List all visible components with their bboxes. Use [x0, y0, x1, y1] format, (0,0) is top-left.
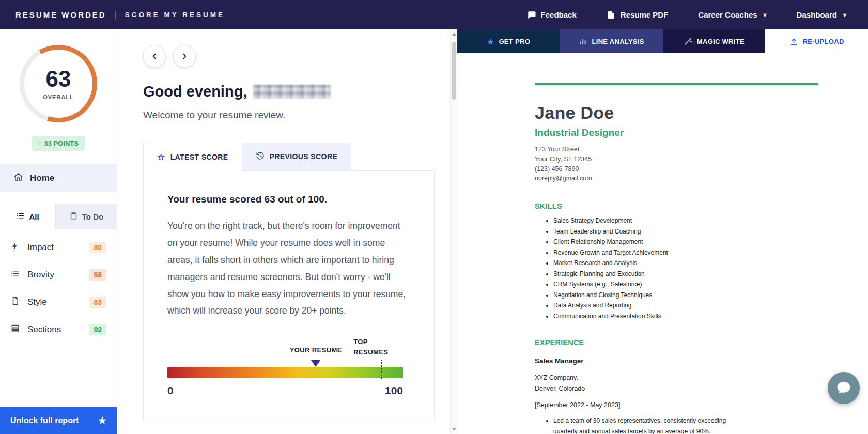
product-name[interactable]: SCORE MY RESUME	[125, 11, 225, 19]
score-gradient-bar	[167, 367, 403, 378]
redacted-name	[253, 85, 331, 99]
address-line: Your City, ST 12345	[535, 154, 818, 164]
overall-score-gauge: 63 OVERALL	[20, 45, 97, 122]
experience-company-block: XYZ Company, Denver, Colorado	[535, 373, 818, 395]
top-resumes-label: TOP RESUMES	[353, 337, 396, 358]
sidebar-item-impact[interactable]: Impact 80	[0, 234, 117, 261]
overall-score-value: 63	[46, 68, 71, 90]
greeting-heading: Good evening,	[143, 83, 435, 100]
resume-top-rule	[535, 83, 818, 85]
chevron-down-icon: ▾	[764, 11, 767, 19]
sidebar-item-home[interactable]: Home	[0, 164, 117, 192]
tab-previous-score-label: PREVIOUS SCORE	[270, 152, 338, 161]
unlock-full-report-button[interactable]: Unlock full report ★	[0, 407, 117, 434]
tab-latest-score-label: LATEST SCORE	[171, 153, 228, 161]
skill-item: CRM Systems (e.g., Salesforce)	[553, 281, 818, 288]
skills-list: Sales Strategy Development Team Leadersh…	[535, 217, 818, 320]
document-icon	[10, 296, 20, 308]
chevron-down-icon: ▾	[843, 11, 846, 19]
greeting-text: Good evening,	[143, 83, 247, 100]
tab-line-analysis-label: LINE ANALYSIS	[592, 38, 644, 45]
score-badge: 92	[89, 324, 106, 335]
score-bar: YOUR RESUME TOP RESUMES 0 100	[167, 367, 403, 397]
brand-logo[interactable]: RESUME WORDED	[16, 10, 106, 19]
next-button[interactable]: ›	[173, 45, 196, 68]
skill-item: Communication and Presentation Skills	[553, 313, 818, 320]
tab-all[interactable]: All	[0, 204, 56, 229]
category-label: Sections	[27, 324, 61, 335]
history-icon	[256, 151, 265, 162]
your-resume-label: YOUR RESUME	[290, 346, 342, 354]
nav-feedback[interactable]: Feedback	[527, 10, 577, 20]
tab-latest-score[interactable]: ☆ LATEST SCORE	[143, 143, 242, 171]
experience-bullets: Led a team of 30 sales representatives, …	[535, 415, 752, 434]
prev-arrow-icon: ‹	[152, 49, 157, 62]
prev-button[interactable]: ‹	[143, 45, 166, 68]
top-navbar: RESUME WORDED | SCORE MY RESUME Feedback…	[0, 0, 868, 29]
chat-bubble-icon	[836, 380, 851, 397]
score-headline: Your resume scored 63 out of 100.	[167, 194, 410, 205]
tab-magic-write-label: MAGIC WRITE	[697, 38, 745, 45]
tab-get-pro[interactable]: ★ GET PRO	[457, 29, 560, 53]
skill-item: Sales Strategy Development	[553, 217, 818, 224]
experience-job-title: Sales Manager	[535, 357, 818, 365]
score-badge: 83	[89, 297, 106, 308]
top-resumes-line	[381, 360, 382, 379]
next-arrow-icon: ›	[182, 49, 187, 62]
chat-widget-button[interactable]	[828, 372, 860, 404]
score-tabs: ☆ LATEST SCORE PREVIOUS SCORE	[143, 143, 435, 171]
category-label: Brevity	[27, 270, 54, 280]
sidebar-item-brevity[interactable]: Brevity 58	[0, 261, 117, 288]
nav-career-coaches-label: Career Coaches	[698, 10, 757, 19]
nav-career-coaches[interactable]: Career Coaches ▾	[698, 10, 766, 19]
experience-dates: [September 2022 - May 2023]	[535, 401, 818, 409]
tab-todo[interactable]: To Do	[56, 204, 117, 229]
pager: ‹ ›	[143, 45, 435, 68]
filter-tabs: All To Do	[0, 204, 117, 229]
scrollbar-thumb[interactable]	[452, 42, 456, 100]
nav-resume-pdf-label: Resume PDF	[621, 10, 669, 19]
location-line: Denver, Colorado	[535, 383, 818, 394]
skill-item: Revenue Growth and Target Achievement	[553, 249, 818, 256]
skill-item: Strategic Planning and Execution	[553, 270, 818, 277]
resume-job-title: Industrial Designer	[535, 127, 818, 138]
scroll-down-arrow[interactable]	[452, 428, 456, 431]
upload-icon	[789, 37, 798, 46]
resume-name: Jane Doe	[535, 103, 818, 123]
unlock-label: Unlock full report	[10, 416, 79, 425]
skill-item: Market Research and Analysis	[553, 259, 818, 267]
preview-tabs: ★ GET PRO LINE ANALYSIS MAGIC WRITE RE-U…	[457, 29, 868, 53]
experience-bullet: Led a team of 30 sales representatives, …	[553, 415, 752, 434]
nav-dashboard[interactable]: Dashboard ▾	[797, 10, 846, 19]
score-marker-icon	[311, 360, 320, 367]
tab-todo-label: To Do	[82, 212, 103, 221]
wand-icon	[684, 37, 692, 46]
scroll-up-arrow[interactable]	[452, 33, 456, 36]
skill-item: Negotiation and Closing Techniques	[553, 291, 818, 299]
sidebar-item-style[interactable]: Style 83	[0, 288, 117, 316]
tab-magic-write[interactable]: MAGIC WRITE	[663, 29, 766, 53]
star-icon: ★	[98, 415, 106, 426]
tab-previous-score[interactable]: PREVIOUS SCORE	[242, 143, 351, 171]
home-icon	[13, 172, 23, 184]
tab-line-analysis[interactable]: LINE ANALYSIS	[560, 29, 663, 53]
scale-max: 100	[385, 384, 403, 397]
overall-score-label: OVERALL	[43, 94, 74, 100]
tab-re-upload-label: RE-UPLOAD	[803, 38, 844, 45]
company-line: XYZ Company,	[535, 373, 818, 383]
score-card: Your resume scored 63 out of 100. You're…	[143, 171, 435, 420]
resume-document: Jane Doe Industrial Designer 123 Your St…	[457, 53, 868, 434]
sidebar-item-sections[interactable]: Sections 92	[0, 316, 117, 343]
nav-resume-pdf[interactable]: Resume PDF	[607, 10, 669, 20]
skill-item: Client Relationship Management	[553, 238, 818, 245]
scrollbar[interactable]	[450, 29, 457, 434]
rows-icon	[10, 323, 20, 335]
score-scale: 0 100	[167, 384, 403, 397]
tab-re-upload[interactable]: RE-UPLOAD	[765, 29, 868, 53]
nav-feedback-label: Feedback	[541, 10, 577, 19]
email-line: noreply@gmail.com	[535, 174, 818, 183]
score-badge: 58	[89, 269, 106, 281]
home-label: Home	[30, 173, 54, 183]
address-line: 123 Your Street	[535, 145, 818, 154]
category-label: Impact	[27, 242, 54, 253]
